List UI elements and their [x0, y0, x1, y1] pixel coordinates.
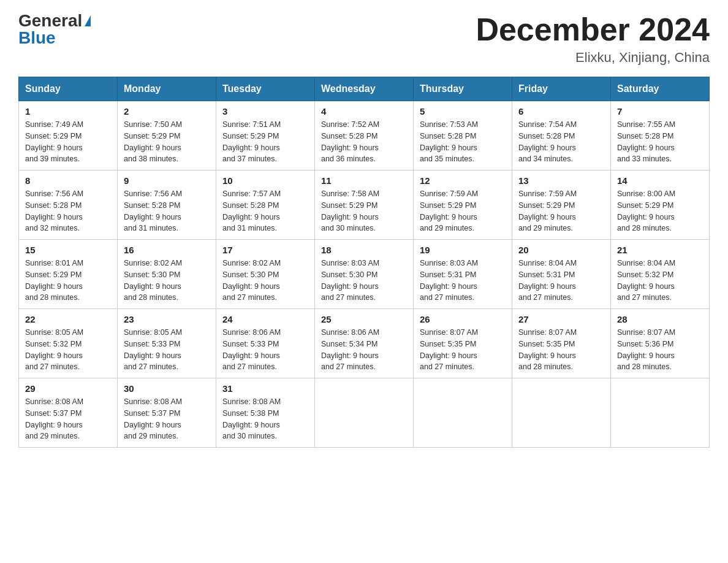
day-number: 6 [518, 106, 604, 117]
calendar-cell [414, 378, 512, 448]
day-number: 29 [25, 383, 111, 394]
day-number: 10 [222, 175, 308, 186]
day-info: Sunrise: 8:00 AM Sunset: 5:29 PM Dayligh… [617, 188, 703, 234]
weekday-header-thursday: Thursday [414, 77, 512, 101]
day-number: 1 [25, 106, 111, 117]
calendar-cell: 31 Sunrise: 8:08 AM Sunset: 5:38 PM Dayl… [216, 378, 315, 448]
weekday-header-friday: Friday [512, 77, 611, 101]
day-number: 5 [420, 106, 506, 117]
day-info: Sunrise: 8:05 AM Sunset: 5:33 PM Dayligh… [124, 327, 210, 373]
day-number: 4 [321, 106, 407, 117]
day-info: Sunrise: 8:02 AM Sunset: 5:30 PM Dayligh… [124, 258, 210, 304]
day-info: Sunrise: 7:54 AM Sunset: 5:28 PM Dayligh… [518, 119, 604, 165]
calendar-cell: 22 Sunrise: 8:05 AM Sunset: 5:32 PM Dayl… [19, 309, 118, 378]
calendar-cell [512, 378, 611, 448]
logo-blue-text: Blue [18, 29, 56, 47]
day-number: 30 [124, 383, 210, 394]
calendar-cell: 26 Sunrise: 8:07 AM Sunset: 5:35 PM Dayl… [414, 309, 512, 378]
calendar-cell: 3 Sunrise: 7:51 AM Sunset: 5:29 PM Dayli… [216, 101, 315, 170]
day-info: Sunrise: 7:59 AM Sunset: 5:29 PM Dayligh… [420, 188, 506, 234]
day-info: Sunrise: 8:05 AM Sunset: 5:32 PM Dayligh… [25, 327, 111, 373]
logo-general-text: General [18, 12, 82, 29]
day-number: 21 [617, 245, 703, 255]
day-info: Sunrise: 8:01 AM Sunset: 5:29 PM Dayligh… [25, 258, 111, 304]
day-info: Sunrise: 7:58 AM Sunset: 5:29 PM Dayligh… [321, 188, 407, 234]
day-number: 14 [617, 175, 703, 186]
day-number: 7 [617, 106, 703, 117]
day-number: 12 [420, 175, 506, 186]
calendar-cell: 23 Sunrise: 8:05 AM Sunset: 5:33 PM Dayl… [118, 309, 216, 378]
day-info: Sunrise: 8:08 AM Sunset: 5:37 PM Dayligh… [124, 396, 210, 442]
day-number: 27 [518, 314, 604, 324]
day-info: Sunrise: 8:04 AM Sunset: 5:32 PM Dayligh… [617, 258, 703, 304]
day-info: Sunrise: 8:04 AM Sunset: 5:31 PM Dayligh… [518, 258, 604, 304]
day-info: Sunrise: 7:59 AM Sunset: 5:29 PM Dayligh… [518, 188, 604, 234]
day-info: Sunrise: 8:06 AM Sunset: 5:34 PM Dayligh… [321, 327, 407, 373]
calendar-week-row-5: 29 Sunrise: 8:08 AM Sunset: 5:37 PM Dayl… [19, 378, 710, 448]
weekday-header-wednesday: Wednesday [315, 77, 414, 101]
calendar-cell: 13 Sunrise: 7:59 AM Sunset: 5:29 PM Dayl… [512, 170, 611, 240]
calendar-week-row-3: 15 Sunrise: 8:01 AM Sunset: 5:29 PM Dayl… [19, 240, 710, 309]
day-info: Sunrise: 7:56 AM Sunset: 5:28 PM Dayligh… [25, 188, 111, 234]
calendar-cell: 17 Sunrise: 8:02 AM Sunset: 5:30 PM Dayl… [216, 240, 315, 309]
calendar-cell: 29 Sunrise: 8:08 AM Sunset: 5:37 PM Dayl… [19, 378, 118, 448]
calendar-cell: 5 Sunrise: 7:53 AM Sunset: 5:28 PM Dayli… [414, 101, 512, 170]
calendar-cell: 30 Sunrise: 8:08 AM Sunset: 5:37 PM Dayl… [118, 378, 216, 448]
day-number: 17 [222, 245, 308, 255]
day-number: 23 [124, 314, 210, 324]
location-subtitle: Elixku, Xinjiang, China [476, 50, 710, 66]
day-info: Sunrise: 8:07 AM Sunset: 5:36 PM Dayligh… [617, 327, 703, 373]
calendar-cell [315, 378, 414, 448]
calendar-cell: 8 Sunrise: 7:56 AM Sunset: 5:28 PM Dayli… [19, 170, 118, 240]
day-info: Sunrise: 7:55 AM Sunset: 5:28 PM Dayligh… [617, 119, 703, 165]
calendar-cell: 28 Sunrise: 8:07 AM Sunset: 5:36 PM Dayl… [611, 309, 710, 378]
day-number: 13 [518, 175, 604, 186]
weekday-header-saturday: Saturday [611, 77, 710, 101]
calendar-cell: 11 Sunrise: 7:58 AM Sunset: 5:29 PM Dayl… [315, 170, 414, 240]
day-info: Sunrise: 7:52 AM Sunset: 5:28 PM Dayligh… [321, 119, 407, 165]
day-number: 2 [124, 106, 210, 117]
day-number: 26 [420, 314, 506, 324]
calendar-cell: 12 Sunrise: 7:59 AM Sunset: 5:29 PM Dayl… [414, 170, 512, 240]
weekday-header-sunday: Sunday [19, 77, 118, 101]
calendar-cell: 18 Sunrise: 8:03 AM Sunset: 5:30 PM Dayl… [315, 240, 414, 309]
calendar-cell: 14 Sunrise: 8:00 AM Sunset: 5:29 PM Dayl… [611, 170, 710, 240]
day-number: 15 [25, 245, 111, 255]
calendar-cell: 25 Sunrise: 8:06 AM Sunset: 5:34 PM Dayl… [315, 309, 414, 378]
day-info: Sunrise: 7:56 AM Sunset: 5:28 PM Dayligh… [124, 188, 210, 234]
logo-triangle-icon [85, 15, 91, 26]
day-number: 18 [321, 245, 407, 255]
calendar-cell: 19 Sunrise: 8:03 AM Sunset: 5:31 PM Dayl… [414, 240, 512, 309]
day-number: 24 [222, 314, 308, 324]
day-number: 16 [124, 245, 210, 255]
calendar-week-row-1: 1 Sunrise: 7:49 AM Sunset: 5:29 PM Dayli… [19, 101, 710, 170]
weekday-header-tuesday: Tuesday [216, 77, 315, 101]
page-header: General Blue December 2024 Elixku, Xinji… [18, 12, 710, 66]
calendar-table: SundayMondayTuesdayWednesdayThursdayFrid… [18, 77, 710, 448]
calendar-cell: 9 Sunrise: 7:56 AM Sunset: 5:28 PM Dayli… [118, 170, 216, 240]
day-number: 11 [321, 175, 407, 186]
day-info: Sunrise: 8:02 AM Sunset: 5:30 PM Dayligh… [222, 258, 308, 304]
day-info: Sunrise: 7:51 AM Sunset: 5:29 PM Dayligh… [222, 119, 308, 165]
calendar-cell: 15 Sunrise: 8:01 AM Sunset: 5:29 PM Dayl… [19, 240, 118, 309]
day-info: Sunrise: 8:08 AM Sunset: 5:38 PM Dayligh… [222, 396, 308, 442]
day-number: 25 [321, 314, 407, 324]
day-number: 28 [617, 314, 703, 324]
day-number: 8 [25, 175, 111, 186]
day-info: Sunrise: 7:57 AM Sunset: 5:28 PM Dayligh… [222, 188, 308, 234]
calendar-cell: 7 Sunrise: 7:55 AM Sunset: 5:28 PM Dayli… [611, 101, 710, 170]
day-number: 31 [222, 383, 308, 394]
calendar-week-row-2: 8 Sunrise: 7:56 AM Sunset: 5:28 PM Dayli… [19, 170, 710, 240]
calendar-cell [611, 378, 710, 448]
day-number: 9 [124, 175, 210, 186]
day-number: 20 [518, 245, 604, 255]
day-info: Sunrise: 8:07 AM Sunset: 5:35 PM Dayligh… [420, 327, 506, 373]
weekday-header-row: SundayMondayTuesdayWednesdayThursdayFrid… [19, 77, 710, 101]
weekday-header-monday: Monday [118, 77, 216, 101]
calendar-cell: 4 Sunrise: 7:52 AM Sunset: 5:28 PM Dayli… [315, 101, 414, 170]
month-title: December 2024 [476, 12, 710, 47]
day-info: Sunrise: 7:53 AM Sunset: 5:28 PM Dayligh… [420, 119, 506, 165]
logo: General Blue [18, 12, 91, 47]
calendar-cell: 10 Sunrise: 7:57 AM Sunset: 5:28 PM Dayl… [216, 170, 315, 240]
calendar-cell: 21 Sunrise: 8:04 AM Sunset: 5:32 PM Dayl… [611, 240, 710, 309]
